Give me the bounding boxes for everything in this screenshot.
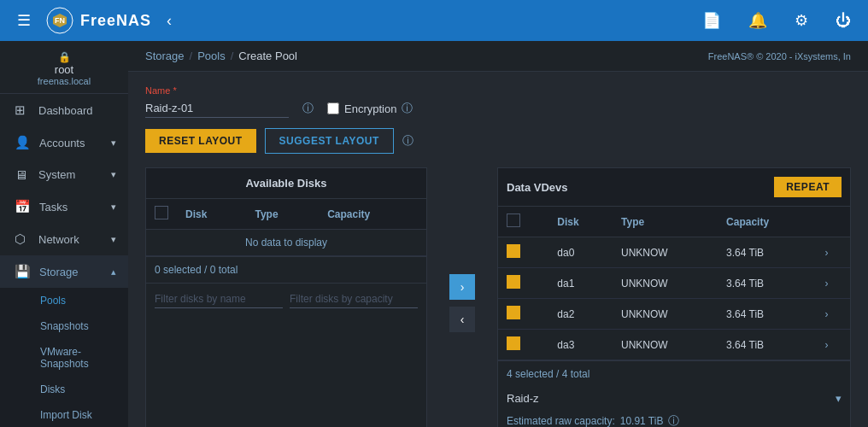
sidebar-item-network[interactable]: ⬡ Network ▾ xyxy=(0,223,128,255)
topbar-left: ☰ FN FreeNAS ‹ xyxy=(10,7,179,34)
name-input-row: ⓘ Encryption ⓘ xyxy=(145,99,851,118)
suggest-layout-button[interactable]: SUGGEST LAYOUT xyxy=(265,128,394,154)
topbar-right: 📄 🔔 ⚙ ⏻ xyxy=(695,8,858,33)
settings-icon[interactable]: ⚙ xyxy=(788,8,815,33)
sidebar-item-dashboard[interactable]: ⊞ Dashboard xyxy=(0,94,128,126)
vdev-disk-id: da0 xyxy=(548,237,613,268)
sidebar-sub-label: VMware-Snapshots xyxy=(40,346,116,370)
pool-layout: Available Disks Disk Type Capacity xyxy=(145,167,851,427)
raid-select-row[interactable]: Raid-z ▾ xyxy=(498,387,850,410)
select-all-checkbox[interactable] xyxy=(155,206,168,219)
sidebar-item-system[interactable]: 🖥 System ▾ xyxy=(0,159,128,190)
sidebar-item-pools[interactable]: Pools xyxy=(26,288,128,313)
sidebar-item-label: Tasks xyxy=(39,201,67,214)
filter-by-name-input[interactable] xyxy=(155,290,283,308)
vdev-disk-capacity: 3.64 TiB xyxy=(718,268,816,299)
vdev-disk-capacity: 3.64 TiB xyxy=(718,330,816,360)
vdev-row-checkbox[interactable] xyxy=(507,244,520,258)
breadcrumb: Storage / Pools / Create Pool FreeNAS® ©… xyxy=(128,41,868,72)
encryption-info-icon[interactable]: ⓘ xyxy=(402,101,413,116)
transfer-controls: › ‹ xyxy=(444,167,480,427)
estimated-capacity-value: 10.91 TiB xyxy=(620,415,664,427)
vdev-title: Data VDevs xyxy=(507,181,568,194)
table-row: da0 UNKNOW 3.64 TiB › xyxy=(498,237,850,268)
sidebar-item-label: Accounts xyxy=(39,137,85,149)
repeat-button[interactable]: REPEAT xyxy=(774,177,842,197)
form-content: Name * ⓘ Encryption ⓘ RESET LAYOUT SUGGE… xyxy=(128,72,868,427)
encryption-label: Encryption xyxy=(344,102,396,115)
vdev-row-expand-icon[interactable]: › xyxy=(816,268,850,299)
vdev-disk-type: UNKNOW xyxy=(613,237,718,268)
app-title: FreeNAS xyxy=(80,12,151,30)
freenas-logo-icon: FN xyxy=(46,7,73,34)
power-icon[interactable]: ⏻ xyxy=(829,9,858,33)
sidebar: 🔒 root freenas.local ⊞ Dashboard 👤 Accou… xyxy=(0,41,128,427)
sidebar-item-snapshots[interactable]: Snapshots xyxy=(26,313,128,339)
topbar: ☰ FN FreeNAS ‹ 📄 🔔 ⚙ ⏻ xyxy=(0,0,868,41)
vdev-row-expand-icon[interactable]: › xyxy=(816,237,850,268)
sidebar-item-import-disk[interactable]: Import Disk xyxy=(26,402,128,427)
sidebar-item-disks[interactable]: Disks xyxy=(26,377,128,402)
sidebar-item-label: Dashboard xyxy=(38,104,93,117)
chevron-down-icon: ▾ xyxy=(111,137,116,149)
move-left-button[interactable]: ‹ xyxy=(449,307,475,332)
sidebar-item-label: Storage xyxy=(39,266,79,278)
vdev-disk-id: da1 xyxy=(548,268,613,299)
required-marker: * xyxy=(170,85,176,96)
sidebar-item-accounts[interactable]: 👤 Accounts ▾ xyxy=(0,126,128,159)
pool-name-input[interactable] xyxy=(145,99,289,118)
layout-info-icon[interactable]: ⓘ xyxy=(402,133,413,149)
available-selected-info: 0 selected / 0 total xyxy=(146,256,426,283)
vdev-row-checkbox[interactable] xyxy=(507,336,520,350)
breadcrumb-storage-link[interactable]: Storage xyxy=(145,50,185,62)
name-row: Name * ⓘ Encryption ⓘ xyxy=(145,85,851,118)
breadcrumb-left: Storage / Pools / Create Pool xyxy=(145,50,297,62)
vdev-row-expand-icon[interactable]: › xyxy=(816,330,850,360)
vdev-disk-id: da2 xyxy=(548,299,613,330)
available-disks-title: Available Disks xyxy=(146,168,426,199)
filter-by-capacity-input[interactable] xyxy=(290,290,418,308)
breadcrumb-current: Create Pool xyxy=(238,50,297,62)
reset-layout-button[interactable]: RESET LAYOUT xyxy=(145,129,256,153)
main-content: Storage / Pools / Create Pool FreeNAS® ©… xyxy=(128,41,868,427)
dashboard-icon: ⊞ xyxy=(15,102,30,118)
chevron-down-icon: ▾ xyxy=(111,202,116,213)
sidebar-sub-label: Import Disk xyxy=(40,409,92,421)
vdev-disk-type: UNKNOW xyxy=(613,268,718,299)
raid-type-dropdown-icon[interactable]: ▾ xyxy=(836,392,842,405)
sidebar-item-storage[interactable]: 💾 Storage ▴ xyxy=(0,255,128,288)
sidebar-sub-label: Pools xyxy=(40,295,66,307)
vdev-row-expand-icon[interactable]: › xyxy=(816,299,850,330)
svg-text:FN: FN xyxy=(55,16,65,25)
vdev-capacity-col-header: Capacity xyxy=(718,207,816,237)
breadcrumb-sep: / xyxy=(231,50,234,62)
encryption-row: Encryption ⓘ xyxy=(327,101,413,116)
sidebar-sub-label: Disks xyxy=(40,383,65,395)
main-layout: 🔒 root freenas.local ⊞ Dashboard 👤 Accou… xyxy=(0,41,868,427)
sidebar-item-label: System xyxy=(38,168,75,181)
no-data-text: No data to display xyxy=(146,230,426,256)
sidebar-item-vmware-snapshots[interactable]: VMware-Snapshots xyxy=(26,339,128,377)
vdev-row-checkbox[interactable] xyxy=(507,275,520,289)
breadcrumb-pools-link[interactable]: Pools xyxy=(197,50,226,62)
hamburger-menu-icon[interactable]: ☰ xyxy=(10,8,38,33)
table-row: No data to display xyxy=(146,230,426,256)
vdev-type-col-header: Type xyxy=(613,207,718,237)
capacity-info-icon[interactable]: ⓘ xyxy=(668,413,679,427)
move-right-button[interactable]: › xyxy=(449,274,475,300)
back-icon[interactable]: ‹ xyxy=(160,9,179,33)
bell-icon[interactable]: 🔔 xyxy=(742,8,774,33)
notes-icon[interactable]: 📄 xyxy=(695,8,728,33)
name-info-icon[interactable]: ⓘ xyxy=(302,101,314,116)
breadcrumb-copyright: FreeNAS® © 2020 - iXsystems, In xyxy=(708,51,851,61)
tasks-icon: 📅 xyxy=(15,199,31,214)
name-label: Name * xyxy=(145,85,851,96)
sidebar-item-tasks[interactable]: 📅 Tasks ▾ xyxy=(0,190,128,223)
estimated-capacity-label: Estimated raw capacity: xyxy=(507,415,615,427)
vdev-select-all-checkbox[interactable] xyxy=(507,214,520,227)
encryption-checkbox[interactable] xyxy=(327,102,339,114)
sidebar-item-label: Network xyxy=(38,233,79,246)
vdev-row-checkbox[interactable] xyxy=(507,306,520,319)
filter-row xyxy=(146,283,426,315)
action-row: RESET LAYOUT SUGGEST LAYOUT ⓘ xyxy=(145,128,851,154)
